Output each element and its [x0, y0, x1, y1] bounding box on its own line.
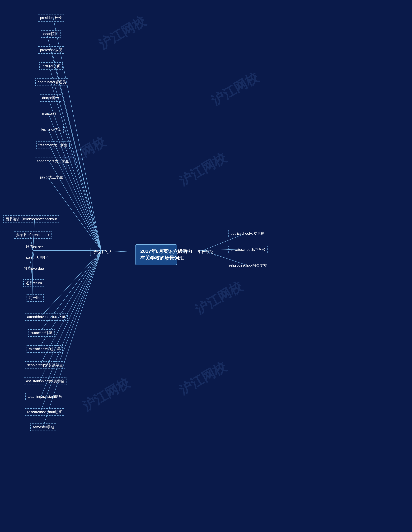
node-freshman: freshman大一新生 — [36, 142, 70, 149]
node-renew: 续借renew — [24, 243, 45, 250]
center-node: 2017年6月英语六级听力有关学校的场景词汇 — [135, 244, 177, 265]
node-overdue: 过期overdue — [22, 265, 46, 272]
node-lecturer: lecturer讲师 — [39, 62, 63, 70]
node-religiousschool: religiousschool教会学校 — [227, 262, 269, 269]
node-senior: senior大四学生 — [24, 254, 52, 261]
svg-line-6 — [51, 82, 101, 250]
svg-line-26 — [41, 250, 101, 396]
node-junior: junior大三学生 — [38, 174, 65, 181]
node-attend: attend/havealecture上课 — [25, 313, 68, 321]
node-semester: semester学期 — [30, 423, 56, 431]
node-researchassistant: researchassistant助研 — [25, 408, 64, 416]
node-teachingassistant: teachingassistant助教 — [25, 393, 64, 400]
node-publicschool: publicschool公立学校 — [228, 230, 266, 237]
node-doctor: doctor博士 — [40, 94, 61, 102]
svg-line-8 — [48, 113, 101, 250]
node-library: 图书馆借书lend/borrow/checkout — [3, 215, 59, 223]
mind-map: 2017年6月英语六级听力有关学校的场景词汇 学校中的人 学校分类 presid… — [0, 0, 412, 532]
node-bachelor: bachelor学士 — [39, 126, 64, 133]
mid-node-people: 学校中的人 — [90, 247, 115, 256]
node-dean: dean院长 — [41, 30, 60, 38]
node-fine: 罚金fine — [27, 294, 44, 302]
node-master: master硕士 — [40, 110, 62, 117]
node-scholarship: scholarship荣誉奖学金 — [25, 361, 65, 369]
node-cutclass: cutaclass逃课 — [28, 329, 55, 337]
node-return: 还书return — [23, 279, 44, 287]
node-assistantship: assistantship助教奖学金 — [24, 378, 67, 385]
node-president: president校长 — [38, 14, 64, 21]
node-coordinator: coordinator管理员 — [35, 78, 68, 86]
svg-line-12 — [48, 177, 101, 250]
node-sophomore: sophomore大二学生 — [35, 158, 71, 165]
node-professor: professor教授 — [38, 46, 64, 54]
node-missclass: missaclass错过了课 — [27, 345, 63, 353]
mid-node-category: 学校分类 — [195, 247, 216, 256]
node-referencebook: 参考书referencebook — [14, 231, 51, 238]
node-privateschool: privateschool私立学校 — [228, 246, 268, 253]
